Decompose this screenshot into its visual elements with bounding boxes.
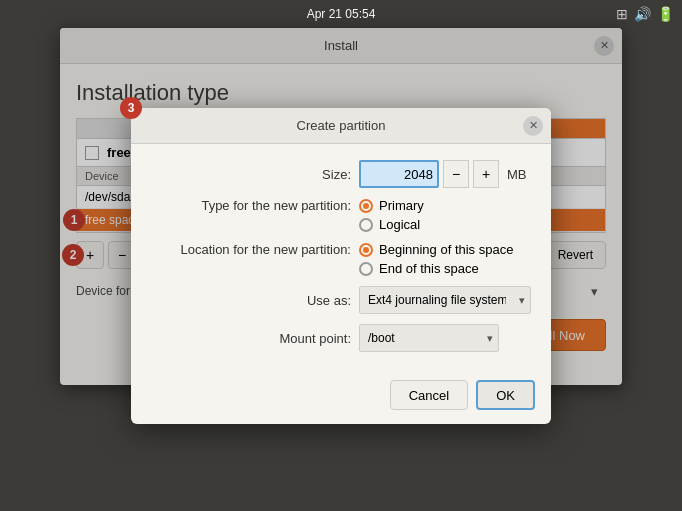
size-unit: MB: [507, 167, 527, 182]
radio-beginning-circle: [359, 243, 373, 257]
use-as-row: Use as: Ext4 journaling file system: [151, 286, 531, 314]
radio-end[interactable]: End of this space: [359, 261, 513, 276]
location-label: Location for the new partition:: [151, 242, 351, 257]
radio-end-label: End of this space: [379, 261, 479, 276]
type-radio-group: Primary Logical: [359, 198, 424, 232]
dialog-badge: 3: [120, 97, 142, 119]
mount-select-wrapper: /boot: [359, 324, 499, 352]
taskbar-datetime: Apr 21 05:54: [307, 7, 376, 21]
size-input[interactable]: [359, 160, 439, 188]
radio-beginning[interactable]: Beginning of this space: [359, 242, 513, 257]
type-row: Type for the new partition: Primary Logi…: [151, 198, 531, 232]
dialog-titlebar: 3 Create partition ✕: [131, 108, 551, 144]
dialog-close-button[interactable]: ✕: [523, 116, 543, 136]
ok-button[interactable]: OK: [476, 380, 535, 410]
radio-beginning-label: Beginning of this space: [379, 242, 513, 257]
radio-primary-label: Primary: [379, 198, 424, 213]
mount-row: Mount point: /boot: [151, 324, 531, 352]
create-partition-dialog: 3 Create partition ✕ Size: − + MB: [131, 108, 551, 424]
size-plus-button[interactable]: +: [473, 160, 499, 188]
size-minus-button[interactable]: −: [443, 160, 469, 188]
taskbar: Apr 21 05:54 ⊞ 🔊 🔋: [0, 0, 682, 28]
dialog-overlay: 3 Create partition ✕ Size: − + MB: [60, 28, 622, 385]
radio-logical[interactable]: Logical: [359, 217, 424, 232]
radio-primary[interactable]: Primary: [359, 198, 424, 213]
radio-end-circle: [359, 262, 373, 276]
mount-label: Mount point:: [151, 331, 351, 346]
main-window: Install ✕ Installation type free space 4…: [60, 28, 622, 385]
dialog-content: Size: − + MB Type for the new partition:: [131, 144, 551, 374]
radio-primary-circle: [359, 199, 373, 213]
use-as-select-wrapper: Ext4 journaling file system: [359, 286, 531, 314]
battery-icon: 🔋: [657, 6, 674, 22]
size-controls: − + MB: [359, 160, 531, 188]
taskbar-icons: ⊞ 🔊 🔋: [616, 6, 674, 22]
use-as-label: Use as:: [151, 293, 351, 308]
cancel-button[interactable]: Cancel: [390, 380, 468, 410]
size-label: Size:: [151, 167, 351, 182]
use-as-select[interactable]: Ext4 journaling file system: [359, 286, 531, 314]
location-row: Location for the new partition: Beginnin…: [151, 242, 531, 276]
size-row: Size: − + MB: [151, 160, 531, 188]
mount-select[interactable]: /boot: [359, 324, 499, 352]
dialog-title: Create partition: [297, 118, 386, 133]
volume-icon: 🔊: [634, 6, 651, 22]
radio-logical-label: Logical: [379, 217, 420, 232]
network-icon: ⊞: [616, 6, 628, 22]
radio-logical-circle: [359, 218, 373, 232]
dialog-footer: Cancel OK: [131, 374, 551, 424]
location-radio-group: Beginning of this space End of this spac…: [359, 242, 513, 276]
type-label: Type for the new partition:: [151, 198, 351, 213]
